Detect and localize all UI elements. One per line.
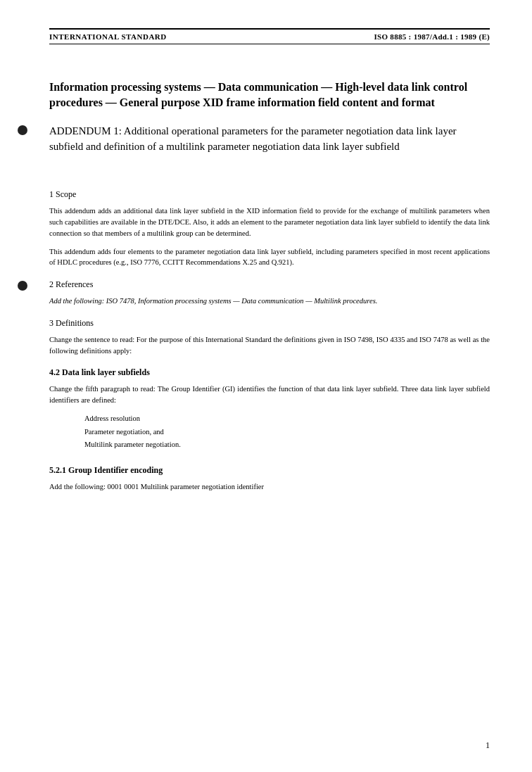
list-item-2: Parameter negotiation, and <box>84 426 490 438</box>
list-item-3: Multilink parameter negotiation. <box>84 439 490 451</box>
page-header: INTERNATIONAL STANDARD ISO 8885 : 1987/A… <box>49 28 490 44</box>
bullet-indicator-1 <box>18 125 27 135</box>
section3-heading: 3 Definitions <box>49 318 490 329</box>
section2-container: 2 References <box>49 279 490 290</box>
section1-para1: This addendum adds an additional data li… <box>49 205 490 239</box>
section521-heading: 5.2.1 Group Identifier encoding <box>49 465 490 476</box>
addendum-title-container: ADDENDUM 1: Additional operational param… <box>49 124 490 155</box>
section1-para2: This addendum adds four elements to the … <box>49 246 490 269</box>
section42-para1: Change the fifth paragraph to read: The … <box>49 384 490 406</box>
main-title: Information processing systems — Data co… <box>49 80 490 111</box>
list-item-1: Address resolution <box>84 413 490 425</box>
standard-label: INTERNATIONAL STANDARD <box>49 32 167 41</box>
section2-para1-italic: Information processing systems — Data co… <box>138 297 376 305</box>
section521-para1: Add the following: 0001 0001 Multilink p… <box>49 481 490 493</box>
addendum-title: ADDENDUM 1: Additional operational param… <box>49 124 490 155</box>
section3-para1: Change the sentence to read: For the pur… <box>49 334 490 357</box>
title-section: Information processing systems — Data co… <box>49 80 490 154</box>
section1-heading: 1 Scope <box>49 189 490 200</box>
section42-heading: 4.2 Data link layer subfields <box>49 367 490 378</box>
section2-para1: Add the following: ISO 7478, Information… <box>49 296 490 307</box>
bullet-indicator-2 <box>18 281 27 291</box>
page: INTERNATIONAL STANDARD ISO 8885 : 1987/A… <box>0 0 532 772</box>
standard-number: ISO 8885 : 1987/Add.1 : 1989 (E) <box>374 32 490 41</box>
section2-para1-suffix: . <box>376 297 378 305</box>
section2-para1-prefix: Add the following: ISO 7478, <box>49 297 138 305</box>
content-section: 1 Scope This addendum adds an additional… <box>49 189 490 493</box>
section2-heading: 2 References <box>49 279 490 290</box>
page-number: 1 <box>486 740 490 751</box>
